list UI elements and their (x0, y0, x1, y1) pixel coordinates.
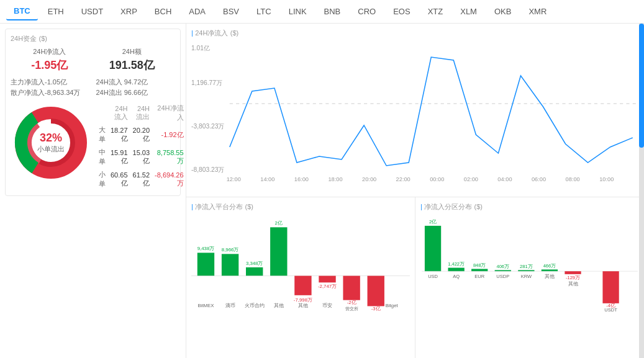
row-label: 大单 (96, 123, 108, 146)
svg-text:营交所: 营交所 (345, 307, 358, 311)
top-nav: BTCETHUSDTXRPBCHADABSVLTCLINKBNBCROEOSXT… (0, 0, 644, 24)
svg-text:Bitget: Bitget (371, 311, 382, 311)
main-content: 24H资金 ($) 24H净流入 -1.95亿 24H额 191.58亿 主力净… (0, 24, 644, 358)
donut-center: 32% 小单流出 (37, 132, 65, 154)
svg-text:其他: 其他 (545, 274, 555, 279)
svg-text:其他: 其他 (274, 303, 284, 308)
svg-text:10:00: 10:00 (599, 176, 614, 182)
svg-rect-67 (565, 271, 581, 274)
row-inflow: 18.27亿 (108, 123, 130, 146)
row-label: 小单 (96, 168, 108, 190)
svg-text:KRW: KRW (521, 274, 532, 279)
row-net: -8,694.26万 (152, 168, 186, 190)
svg-text:-7,998万: -7,998万 (294, 297, 312, 303)
svg-rect-28 (246, 267, 263, 276)
svg-text:其他: 其他 (298, 303, 308, 308)
nav-item-ada[interactable]: ADA (181, 3, 213, 20)
svg-rect-54 (471, 269, 488, 271)
scrollbar-track[interactable] (639, 24, 644, 358)
right-bar-svg: 2亿 USD 1,422万 AQ 848万 EUR 406万 USDP (420, 215, 639, 311)
nav-item-ltc[interactable]: LTC (249, 3, 279, 20)
col-header-type (96, 102, 108, 123)
svg-text:BitMEX: BitMEX (197, 303, 214, 308)
nav-item-xtz[interactable]: XTZ (420, 3, 451, 20)
right-bar-chart: | 净流入分区分布 ($) 2亿 USD 1,422万 AQ 848万 (415, 197, 644, 358)
table-row: 小单 60.65亿 61.52亿 -8,694.26万 (96, 168, 186, 190)
svg-text:04:00: 04:00 (497, 176, 512, 182)
svg-rect-57 (495, 270, 511, 271)
nav-item-bnb[interactable]: BNB (317, 3, 348, 20)
svg-text:406万: 406万 (497, 264, 510, 269)
svg-rect-44 (368, 276, 384, 307)
section-title: 24H资金 ($) (11, 34, 175, 43)
svg-rect-60 (518, 270, 534, 271)
svg-rect-41 (343, 276, 360, 300)
svg-text:20:00: 20:00 (362, 176, 376, 182)
svg-rect-22 (197, 253, 214, 275)
nav-item-usdt[interactable]: USDT (74, 3, 111, 20)
bottom-charts: | 净流入平台分布 ($) 9,438万 BitMEX 8,966万 滴币 (186, 197, 644, 358)
svg-text:02:00: 02:00 (464, 176, 478, 182)
table-row: 中单 15.91亿 15.03亿 8,758.55万 (96, 146, 186, 168)
svg-text:USD: USD (428, 274, 438, 279)
svg-text:滴币: 滴币 (225, 303, 235, 308)
svg-text:848万: 848万 (473, 262, 486, 268)
row-outflow: 15.03亿 (130, 146, 153, 168)
nav-item-okb[interactable]: OKB (487, 3, 519, 20)
svg-text:-2,747万: -2,747万 (318, 284, 337, 289)
svg-text:Bitget: Bitget (386, 303, 399, 308)
svg-text:-8,803.23万: -8,803.23万 (191, 166, 225, 173)
nav-item-xrp[interactable]: XRP (113, 3, 145, 20)
row-inflow: 15.91亿 (108, 146, 130, 168)
left-bar-chart: | 净流入平台分布 ($) 9,438万 BitMEX 8,966万 滴币 (186, 197, 415, 358)
svg-text:-3,803.23万: -3,803.23万 (191, 123, 225, 130)
nav-item-xlm[interactable]: XLM (453, 3, 484, 20)
row-outflow: 61.52亿 (130, 168, 153, 190)
volume-item: 24H额 191.58亿 (109, 47, 155, 73)
svg-rect-31 (270, 227, 287, 275)
chart-and-table: 32% 小单流出 24H流入 24H流出 24H净流入 (11, 102, 175, 190)
nav-item-btc[interactable]: BTC (6, 2, 38, 20)
svg-text:14:00: 14:00 (260, 176, 274, 182)
nav-item-eos[interactable]: EOS (386, 3, 417, 20)
svg-rect-35 (294, 276, 311, 295)
donut-percent: 32% (37, 132, 65, 145)
row-inflow: 60.65亿 (108, 168, 130, 190)
svg-text:08:00: 08:00 (566, 176, 580, 182)
fund-top: 24H净流入 -1.95亿 24H额 191.58亿 (11, 47, 175, 73)
right-bar-title: | 净流入分区分布 ($) (420, 202, 639, 212)
nav-item-eth[interactable]: ETH (40, 3, 71, 20)
left-bar-title: | 净流入平台分布 ($) (191, 202, 410, 212)
nav-item-bch[interactable]: BCH (147, 3, 179, 20)
nav-item-xmr[interactable]: XMR (521, 3, 554, 20)
nav-item-cro[interactable]: CRO (350, 3, 383, 20)
nav-item-link[interactable]: LINK (281, 3, 314, 20)
svg-text:16:00: 16:00 (294, 176, 309, 182)
svg-text:281万: 281万 (520, 264, 533, 269)
svg-text:币安: 币安 (322, 303, 332, 308)
fund-unit: ($) (39, 35, 47, 42)
svg-text:1.01亿: 1.01亿 (191, 45, 210, 51)
svg-text:2亿: 2亿 (429, 219, 437, 225)
row-outflow: 20.20亿 (130, 123, 153, 146)
svg-rect-48 (425, 226, 441, 271)
svg-text:2亿: 2亿 (275, 220, 283, 226)
left-panel: 24H资金 ($) 24H净流入 -1.95亿 24H额 191.58亿 主力净… (0, 24, 186, 358)
donut-chart: 32% 小单流出 (11, 102, 91, 183)
svg-text:USDT: USDT (604, 307, 617, 311)
svg-text:8,966万: 8,966万 (222, 247, 239, 253)
svg-text:00:00: 00:00 (430, 176, 444, 182)
fund-details: 主力净流入-1.05亿 24H流入 94.72亿 散户净流入-8,963.34万… (11, 78, 175, 97)
line-chart-title: | 24H净流入 ($) (191, 29, 639, 38)
row-net: -1.92亿 (152, 123, 186, 146)
row-label: 中单 (96, 146, 108, 168)
svg-text:其他: 其他 (568, 281, 578, 287)
row-net: 8,758.55万 (152, 146, 186, 168)
inflow-24h: 24H流入 94.72亿 (96, 78, 176, 87)
nav-item-bsv[interactable]: BSV (215, 3, 247, 20)
col-header-net: 24H净流入 (152, 102, 186, 123)
scrollbar-thumb[interactable] (639, 24, 644, 148)
svg-rect-38 (319, 276, 335, 283)
retail-net: 散户净流入-8,963.34万 (11, 88, 90, 97)
svg-text:3,348万: 3,348万 (246, 261, 263, 266)
